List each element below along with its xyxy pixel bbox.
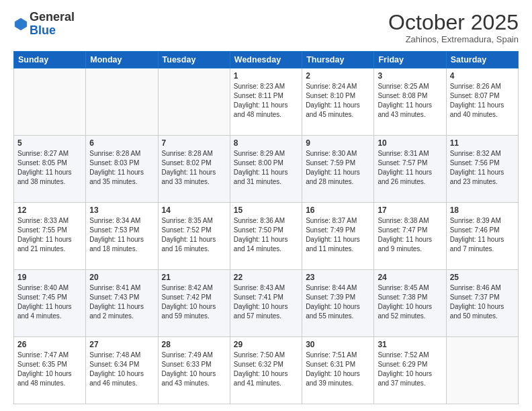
- calendar-cell: [86, 68, 158, 136]
- week-row-5: 26Sunrise: 7:47 AMSunset: 6:35 PMDayligh…: [14, 337, 519, 404]
- day-number: 28: [162, 340, 226, 349]
- calendar-cell: 31Sunrise: 7:52 AMSunset: 6:29 PMDayligh…: [374, 337, 446, 404]
- day-number: 31: [378, 340, 442, 349]
- calendar-cell: [14, 68, 86, 136]
- day-info: Sunrise: 8:40 AMSunset: 7:45 PMDaylight:…: [17, 283, 82, 321]
- week-row-2: 5Sunrise: 8:27 AMSunset: 8:05 PMDaylight…: [14, 136, 519, 203]
- week-row-1: 1Sunrise: 8:23 AMSunset: 8:11 PMDaylight…: [14, 68, 519, 136]
- day-info: Sunrise: 7:50 AMSunset: 6:32 PMDaylight:…: [234, 351, 298, 388]
- day-info: Sunrise: 8:24 AMSunset: 8:10 PMDaylight:…: [306, 82, 370, 120]
- day-number: 7: [162, 138, 226, 148]
- day-number: 19: [17, 273, 82, 282]
- month-title: October 2025: [388, 11, 519, 34]
- day-info: Sunrise: 8:36 AMSunset: 7:50 PMDaylight:…: [234, 216, 298, 254]
- day-info: Sunrise: 8:26 AMSunset: 8:07 PMDaylight:…: [450, 82, 515, 120]
- calendar-cell: 11Sunrise: 8:32 AMSunset: 7:56 PMDayligh…: [446, 136, 518, 203]
- calendar-cell: 20Sunrise: 8:41 AMSunset: 7:43 PMDayligh…: [86, 270, 158, 337]
- logo: General Blue: [13, 11, 75, 38]
- day-number: 22: [234, 273, 298, 282]
- weekday-header-thursday: Thursday: [302, 52, 374, 68]
- day-info: Sunrise: 8:23 AMSunset: 8:11 PMDaylight:…: [234, 82, 298, 120]
- calendar-cell: 8Sunrise: 8:29 AMSunset: 8:00 PMDaylight…: [230, 136, 302, 203]
- calendar-cell: 18Sunrise: 8:39 AMSunset: 7:46 PMDayligh…: [446, 203, 518, 270]
- day-number: 6: [89, 138, 154, 148]
- calendar-table: SundayMondayTuesdayWednesdayThursdayFrid…: [13, 51, 519, 404]
- day-number: 3: [378, 71, 442, 81]
- day-number: 4: [450, 71, 515, 81]
- logo-icon: [13, 17, 28, 32]
- day-number: 17: [378, 205, 442, 215]
- calendar-cell: 2Sunrise: 8:24 AMSunset: 8:10 PMDaylight…: [302, 68, 374, 136]
- weekday-header-friday: Friday: [374, 52, 446, 68]
- day-info: Sunrise: 8:45 AMSunset: 7:38 PMDaylight:…: [378, 283, 442, 321]
- day-number: 10: [378, 138, 442, 148]
- page: General Blue October 2025 Zahinos, Extre…: [0, 0, 532, 411]
- calendar-cell: 29Sunrise: 7:50 AMSunset: 6:32 PMDayligh…: [230, 337, 302, 404]
- calendar-cell: [158, 68, 230, 136]
- calendar-cell: 17Sunrise: 8:38 AMSunset: 7:47 PMDayligh…: [374, 203, 446, 270]
- day-info: Sunrise: 8:43 AMSunset: 7:41 PMDaylight:…: [234, 283, 298, 321]
- day-info: Sunrise: 8:37 AMSunset: 7:49 PMDaylight:…: [306, 216, 370, 254]
- day-number: 9: [306, 138, 370, 148]
- calendar-cell: [446, 337, 518, 404]
- calendar-cell: 19Sunrise: 8:40 AMSunset: 7:45 PMDayligh…: [14, 270, 86, 337]
- day-number: 21: [162, 273, 226, 282]
- day-info: Sunrise: 8:38 AMSunset: 7:47 PMDaylight:…: [378, 216, 442, 254]
- day-info: Sunrise: 7:48 AMSunset: 6:34 PMDaylight:…: [89, 351, 154, 388]
- day-number: 25: [450, 273, 515, 282]
- calendar-cell: 26Sunrise: 7:47 AMSunset: 6:35 PMDayligh…: [14, 337, 86, 404]
- day-info: Sunrise: 8:30 AMSunset: 7:59 PMDaylight:…: [306, 149, 370, 187]
- calendar-cell: 21Sunrise: 8:42 AMSunset: 7:42 PMDayligh…: [158, 270, 230, 337]
- day-info: Sunrise: 8:39 AMSunset: 7:46 PMDaylight:…: [450, 216, 515, 254]
- calendar-cell: 30Sunrise: 7:51 AMSunset: 6:31 PMDayligh…: [302, 337, 374, 404]
- day-info: Sunrise: 8:44 AMSunset: 7:39 PMDaylight:…: [306, 283, 370, 321]
- day-info: Sunrise: 8:28 AMSunset: 8:02 PMDaylight:…: [162, 149, 226, 187]
- week-row-4: 19Sunrise: 8:40 AMSunset: 7:45 PMDayligh…: [14, 270, 519, 337]
- day-info: Sunrise: 8:29 AMSunset: 8:00 PMDaylight:…: [234, 149, 298, 187]
- day-number: 18: [450, 205, 515, 215]
- logo-blue: Blue: [30, 24, 56, 37]
- calendar-cell: 10Sunrise: 8:31 AMSunset: 7:57 PMDayligh…: [374, 136, 446, 203]
- day-number: 30: [306, 340, 370, 349]
- day-number: 16: [306, 205, 370, 215]
- day-number: 26: [17, 340, 82, 349]
- day-info: Sunrise: 8:35 AMSunset: 7:52 PMDaylight:…: [162, 216, 226, 254]
- day-info: Sunrise: 7:52 AMSunset: 6:29 PMDaylight:…: [378, 351, 442, 388]
- weekday-header-wednesday: Wednesday: [230, 52, 302, 68]
- calendar-cell: 13Sunrise: 8:34 AMSunset: 7:53 PMDayligh…: [86, 203, 158, 270]
- calendar-cell: 22Sunrise: 8:43 AMSunset: 7:41 PMDayligh…: [230, 270, 302, 337]
- calendar-cell: 27Sunrise: 7:48 AMSunset: 6:34 PMDayligh…: [86, 337, 158, 404]
- day-number: 12: [17, 205, 82, 215]
- calendar-cell: 12Sunrise: 8:33 AMSunset: 7:55 PMDayligh…: [14, 203, 86, 270]
- logo-text: General Blue: [30, 11, 75, 38]
- day-number: 5: [17, 138, 82, 148]
- calendar-cell: 14Sunrise: 8:35 AMSunset: 7:52 PMDayligh…: [158, 203, 230, 270]
- day-info: Sunrise: 7:49 AMSunset: 6:33 PMDaylight:…: [162, 351, 226, 388]
- calendar-cell: 6Sunrise: 8:28 AMSunset: 8:03 PMDaylight…: [86, 136, 158, 203]
- day-number: 24: [378, 273, 442, 282]
- calendar-cell: 16Sunrise: 8:37 AMSunset: 7:49 PMDayligh…: [302, 203, 374, 270]
- day-number: 2: [306, 71, 370, 81]
- calendar-cell: 25Sunrise: 8:46 AMSunset: 7:37 PMDayligh…: [446, 270, 518, 337]
- day-info: Sunrise: 8:46 AMSunset: 7:37 PMDaylight:…: [450, 283, 515, 321]
- day-number: 1: [234, 71, 298, 81]
- weekday-header-row: SundayMondayTuesdayWednesdayThursdayFrid…: [14, 52, 519, 68]
- day-number: 29: [234, 340, 298, 349]
- logo-general: General: [30, 10, 75, 24]
- calendar-cell: 4Sunrise: 8:26 AMSunset: 8:07 PMDaylight…: [446, 68, 518, 136]
- calendar-cell: 1Sunrise: 8:23 AMSunset: 8:11 PMDaylight…: [230, 68, 302, 136]
- subtitle: Zahinos, Extremadura, Spain: [388, 34, 519, 44]
- title-block: October 2025 Zahinos, Extremadura, Spain: [388, 11, 519, 44]
- day-info: Sunrise: 8:28 AMSunset: 8:03 PMDaylight:…: [89, 149, 154, 187]
- day-info: Sunrise: 7:51 AMSunset: 6:31 PMDaylight:…: [306, 351, 370, 388]
- day-number: 11: [450, 138, 515, 148]
- weekday-header-saturday: Saturday: [446, 52, 518, 68]
- day-info: Sunrise: 8:32 AMSunset: 7:56 PMDaylight:…: [450, 149, 515, 187]
- day-info: Sunrise: 8:41 AMSunset: 7:43 PMDaylight:…: [89, 283, 154, 321]
- week-row-3: 12Sunrise: 8:33 AMSunset: 7:55 PMDayligh…: [14, 203, 519, 270]
- weekday-header-tuesday: Tuesday: [158, 52, 230, 68]
- day-info: Sunrise: 8:25 AMSunset: 8:08 PMDaylight:…: [378, 82, 442, 120]
- weekday-header-monday: Monday: [86, 52, 158, 68]
- calendar-cell: 15Sunrise: 8:36 AMSunset: 7:50 PMDayligh…: [230, 203, 302, 270]
- calendar-cell: 24Sunrise: 8:45 AMSunset: 7:38 PMDayligh…: [374, 270, 446, 337]
